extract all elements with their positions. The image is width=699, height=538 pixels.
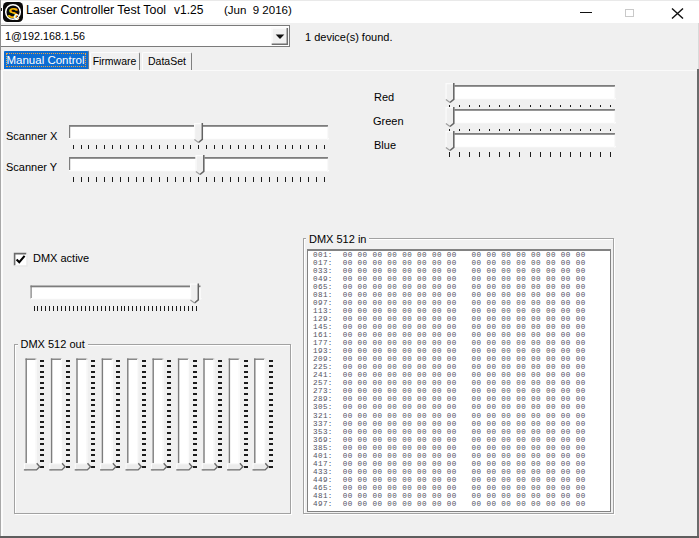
svg-text:c: c xyxy=(14,11,20,22)
